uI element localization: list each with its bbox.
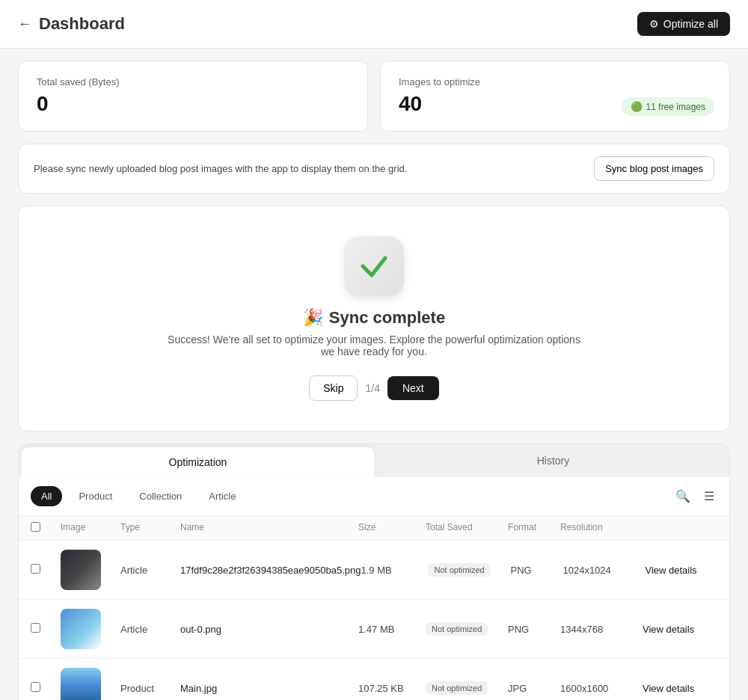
filter-article[interactable]: Article: [198, 486, 246, 506]
total-saved-label: Total saved (Bytes): [37, 76, 349, 88]
checkmark-circle: [344, 236, 404, 296]
row-total-saved-2: Not optimized: [426, 622, 508, 636]
row-name-3: Main.jpg: [180, 683, 358, 694]
row-resolution-2: 1344x768: [560, 624, 643, 635]
filter-all[interactable]: All: [31, 486, 62, 506]
table-row: Product Main.jpg 107.25 KB Not optimized…: [19, 659, 729, 700]
filter-icons: 🔍 ☰: [672, 486, 717, 506]
row-format-2: PNG: [508, 624, 560, 635]
search-icon-button[interactable]: 🔍: [672, 486, 693, 506]
tab-history[interactable]: History: [377, 446, 729, 476]
row-checkbox-1[interactable]: [31, 564, 61, 576]
view-details-link-3[interactable]: View details: [643, 683, 694, 694]
optimize-all-label: Optimize all: [663, 18, 718, 30]
badge-icon: 🟢: [631, 101, 643, 112]
free-images-badge[interactable]: 🟢 11 free images: [622, 97, 714, 116]
skip-button[interactable]: Skip: [309, 375, 358, 401]
sync-complete-title: 🎉 Sync complete: [303, 308, 445, 328]
row-type-2: Article: [120, 624, 180, 635]
row-total-saved-3: Not optimized: [426, 681, 508, 695]
images-to-optimize-card: Images to optimize 40 🟢 11 free images: [380, 61, 730, 132]
view-details-link-1[interactable]: View details: [645, 565, 696, 576]
col-format-header: Format: [508, 522, 560, 534]
filter-row: All Product Collection Article 🔍 ☰: [19, 477, 729, 516]
col-actions-header: [643, 522, 717, 534]
row-size-3: 107.25 KB: [358, 683, 426, 694]
thumbnail-1: [61, 550, 101, 590]
col-resolution-header: Resolution: [560, 522, 643, 534]
col-image-header: Image: [61, 522, 120, 534]
row-resolution-1: 1024x1024: [562, 565, 645, 576]
filter-collection[interactable]: Collection: [129, 486, 192, 506]
not-optimized-badge-1: Not optimized: [428, 563, 490, 577]
page-indicator: 1/4: [365, 382, 379, 394]
optimize-all-button[interactable]: ⚙ Optimize all: [637, 12, 730, 36]
row-format-3: JPG: [508, 683, 560, 694]
row-actions-3[interactable]: View details: [643, 682, 717, 694]
col-type-header: Type: [120, 522, 180, 534]
sync-emoji: 🎉: [303, 308, 323, 328]
optimize-icon: ⚙: [649, 18, 659, 30]
row-checkbox-3[interactable]: [31, 682, 61, 694]
row-image-1: [61, 550, 120, 590]
row-name-1: 17fdf9c28e2f3f26394385eae9050ba5.png: [180, 565, 361, 576]
filter-icon-button[interactable]: ☰: [701, 486, 717, 506]
select-all-checkbox[interactable]: [31, 522, 40, 532]
row-image-2: [61, 609, 120, 649]
thumbnail-3: [61, 668, 101, 700]
row-checkbox-2[interactable]: [31, 623, 61, 635]
row-name-2: out-0.png: [180, 624, 358, 635]
sync-complete-card: 🎉 Sync complete Success! We're all set t…: [18, 206, 730, 432]
table-row: Article 17fdf9c28e2f3f26394385eae9050ba5…: [19, 541, 729, 600]
col-name-header: Name: [180, 522, 358, 534]
row-format-1: PNG: [510, 565, 562, 576]
row-actions-2[interactable]: View details: [643, 623, 717, 635]
total-saved-card: Total saved (Bytes) 0: [18, 61, 368, 132]
next-button[interactable]: Next: [387, 376, 439, 400]
sync-title-text: Sync complete: [329, 308, 445, 328]
sync-blog-post-images-button[interactable]: Sync blog post images: [594, 156, 714, 181]
not-optimized-badge-3: Not optimized: [426, 681, 488, 695]
app-header: ← Dashboard ⚙ Optimize all: [0, 0, 748, 49]
row-type-1: Article: [120, 565, 180, 576]
page-title: Dashboard: [39, 14, 125, 34]
not-optimized-badge-2: Not optimized: [426, 622, 488, 636]
row-image-3: [61, 668, 120, 700]
row-type-3: Product: [120, 683, 180, 694]
table-row: Article out-0.png 1.47 MB Not optimized …: [19, 600, 729, 659]
row-size-2: 1.47 MB: [358, 624, 426, 635]
header-left: ← Dashboard: [18, 14, 125, 34]
stats-row: Total saved (Bytes) 0 Images to optimize…: [18, 61, 730, 132]
tabs-header: Optimization History: [19, 444, 729, 477]
filter-product[interactable]: Product: [68, 486, 123, 506]
total-saved-value: 0: [37, 92, 349, 116]
sync-banner: Please sync newly uploaded blog post ima…: [18, 144, 730, 194]
sync-description: Success! We're all set to optimize your …: [165, 334, 583, 357]
filter-tabs: All Product Collection Article: [31, 486, 246, 506]
sync-nav: Skip 1/4 Next: [309, 375, 439, 401]
col-size-header: Size: [358, 522, 426, 534]
free-images-label: 11 free images: [646, 102, 705, 112]
tabs-section: Optimization History All Product Collect…: [18, 443, 730, 700]
back-arrow-icon[interactable]: ←: [18, 16, 31, 32]
table-header: Image Type Name Size Total Saved Format …: [19, 516, 729, 541]
row-actions-1[interactable]: View details: [645, 564, 720, 576]
row-resolution-3: 1600x1600: [560, 683, 643, 694]
checkmark-icon: [355, 248, 393, 285]
tab-optimization[interactable]: Optimization: [22, 447, 374, 477]
view-details-link-2[interactable]: View details: [643, 624, 694, 635]
row-total-saved-1: Not optimized: [428, 563, 510, 577]
thumbnail-2: [61, 609, 101, 649]
images-to-optimize-label: Images to optimize: [399, 76, 711, 88]
col-total-saved-header: Total Saved: [426, 522, 508, 534]
main-content: Total saved (Bytes) 0 Images to optimize…: [0, 49, 748, 700]
row-size-1: 1.9 MB: [361, 565, 428, 576]
col-checkbox: [31, 522, 61, 534]
sync-banner-text: Please sync newly uploaded blog post ima…: [34, 163, 407, 174]
